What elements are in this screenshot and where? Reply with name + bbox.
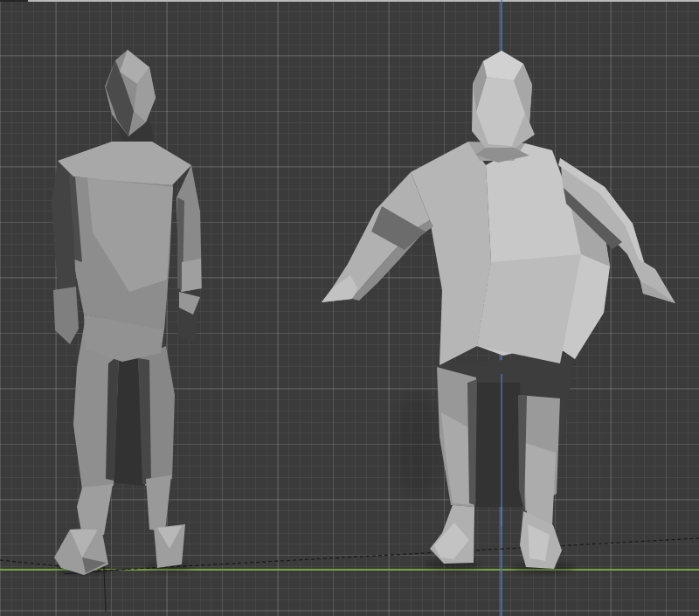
ground-shadow — [395, 393, 440, 498]
figure-right[interactable] — [322, 51, 675, 569]
tunic-facet — [411, 142, 491, 365]
scene-canvas — [0, 0, 699, 616]
leg-facet — [146, 475, 171, 531]
arm-facet — [182, 259, 201, 292]
viewport-3d[interactable] — [0, 0, 699, 616]
legs-gap-shadow — [474, 383, 525, 507]
hand-facet — [53, 287, 79, 344]
figure-left[interactable] — [52, 50, 202, 575]
